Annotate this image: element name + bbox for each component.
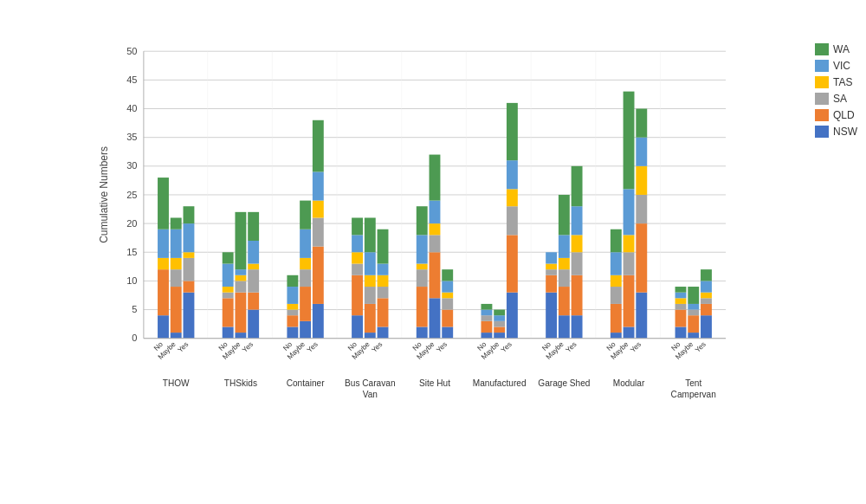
bar-segment <box>378 229 389 264</box>
bar-segment <box>572 252 583 275</box>
bar-segment <box>507 293 518 339</box>
bar-segment <box>701 293 712 299</box>
bar-segment <box>352 264 363 275</box>
svg-text:0: 0 <box>132 333 137 343</box>
bar-segment <box>223 298 234 326</box>
bar-segment <box>158 269 169 315</box>
bar-label: Yes <box>435 340 449 354</box>
bar-segment <box>287 287 298 304</box>
legend-item: VIC <box>815 60 857 72</box>
group-label: THSkids <box>224 378 257 388</box>
legend-color <box>815 109 829 121</box>
bar-segment <box>313 120 324 172</box>
bar-label: Yes <box>176 340 190 354</box>
bar-segment <box>248 293 259 310</box>
bar-segment <box>611 229 622 253</box>
bar-segment <box>701 269 712 281</box>
bar-segment <box>171 333 182 339</box>
bar-segment <box>287 310 298 316</box>
bar-segment <box>158 258 169 269</box>
svg-text:15: 15 <box>126 247 137 257</box>
bar-segment <box>675 304 687 310</box>
bar-segment <box>624 235 635 252</box>
bar-segment <box>313 171 324 200</box>
bar-label: Yes <box>629 340 643 354</box>
bar-segment <box>248 264 259 270</box>
bar-segment <box>688 333 699 339</box>
bar-segment <box>300 201 311 229</box>
bar-segment <box>158 315 169 339</box>
bar-segment <box>287 304 298 310</box>
legend-color <box>815 93 829 105</box>
bar-segment <box>559 195 570 235</box>
legend-label: NSW <box>833 126 857 138</box>
bar-segment <box>507 160 518 189</box>
bar-segment <box>313 304 324 339</box>
bar-segment <box>442 310 453 327</box>
group-label: Garage Shed <box>538 378 590 388</box>
bar-segment <box>572 206 583 235</box>
bar-segment <box>624 189 635 235</box>
bar-segment <box>287 315 298 326</box>
bar-segment <box>352 235 363 252</box>
bar-segment <box>611 275 622 287</box>
bar-segment <box>235 281 246 292</box>
svg-text:5: 5 <box>132 304 137 314</box>
bar-segment <box>442 326 453 338</box>
bar-segment <box>248 310 259 339</box>
bar-segment <box>494 310 505 316</box>
bar-segment <box>378 275 389 287</box>
bar-segment <box>481 315 492 321</box>
bar-segment <box>675 287 687 293</box>
svg-text:20: 20 <box>126 218 137 229</box>
bar-label: Yes <box>694 340 708 354</box>
bar-segment <box>442 281 453 292</box>
bar-segment <box>701 304 712 315</box>
bar-segment <box>248 241 259 264</box>
bar-segment <box>675 326 687 338</box>
legend-item: SA <box>815 93 857 105</box>
svg-text:50: 50 <box>126 46 137 56</box>
bar-segment <box>624 326 635 338</box>
bar-segment <box>559 258 570 269</box>
bar-segment <box>559 235 570 258</box>
legend-label: QLD <box>833 109 855 121</box>
bar-segment <box>248 269 259 293</box>
group-label: Container <box>287 378 325 388</box>
bar-segment <box>365 333 376 339</box>
bar-segment <box>442 269 453 281</box>
bar-label: Yes <box>306 340 320 354</box>
svg-text:40: 40 <box>126 103 137 113</box>
bar-segment <box>507 103 518 160</box>
bar-segment <box>442 298 453 309</box>
bar-segment <box>300 258 311 269</box>
bar-segment <box>701 315 712 339</box>
bar-segment <box>481 310 492 316</box>
bar-segment <box>636 293 647 339</box>
bar-segment <box>235 212 246 269</box>
bar-segment <box>624 252 635 275</box>
group-label: Manufactured <box>473 378 527 388</box>
bar-segment <box>430 155 441 201</box>
bar-segment <box>223 326 234 338</box>
bar-segment <box>235 275 246 281</box>
bar-segment <box>365 217 376 252</box>
bar-segment <box>701 281 712 292</box>
legend-label: TAS <box>833 76 852 88</box>
bar-segment <box>365 275 376 287</box>
bar-segment <box>546 269 557 275</box>
bar-segment <box>559 269 570 287</box>
bar-segment <box>701 298 712 304</box>
bar-segment <box>417 287 428 326</box>
bar-segment <box>688 310 699 316</box>
bar-segment <box>546 293 557 339</box>
bar-segment <box>430 235 441 252</box>
bar-segment <box>572 315 583 339</box>
legend-color <box>815 76 829 88</box>
legend-item: NSW <box>815 126 857 138</box>
bar-segment <box>481 333 492 339</box>
bar-segment <box>158 229 169 258</box>
bar-segment <box>572 275 583 315</box>
bar-segment <box>611 287 622 304</box>
bar-segment <box>171 258 182 269</box>
